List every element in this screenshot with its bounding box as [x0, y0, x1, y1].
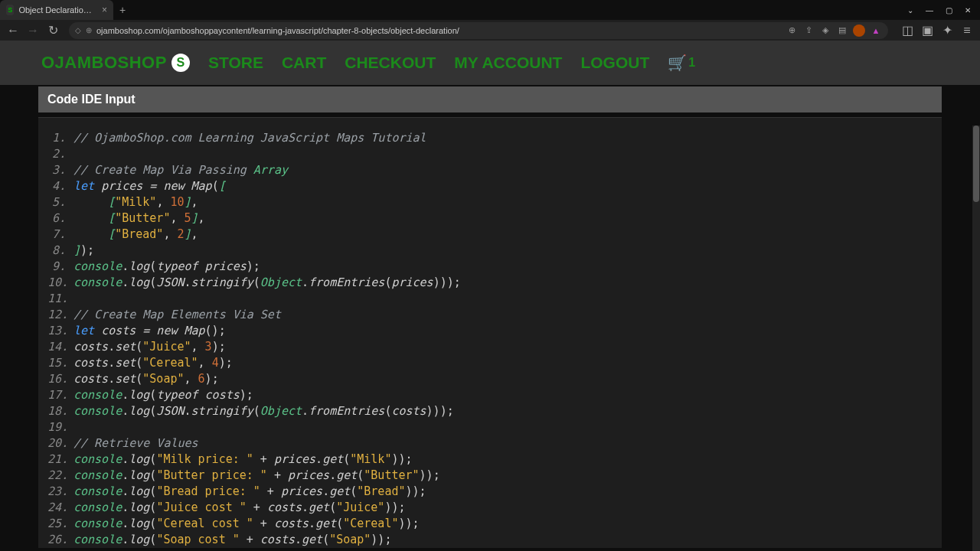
- line-content: console.log("Cereal cost " + costs.get("…: [74, 516, 933, 532]
- line-content: console.log("Milk price: " + prices.get(…: [74, 452, 933, 468]
- code-line: 1.// OjamboShop.com Learning JavaScript …: [47, 130, 933, 146]
- code-line: 14.costs.set("Juice", 3);: [47, 339, 933, 355]
- code-line: 26.console.log("Soap cost " + costs.get(…: [47, 532, 933, 548]
- line-content: ["Butter", 5],: [74, 210, 933, 227]
- extension-icon[interactable]: ▲: [870, 24, 882, 37]
- rss-icon[interactable]: ◈: [819, 24, 831, 37]
- code-line: 16.costs.set("Soap", 6);: [47, 371, 933, 387]
- code-line: 10.console.log(JSON.stringify(Object.fro…: [47, 275, 933, 291]
- line-number: 1.: [47, 130, 74, 146]
- line-content: console.log(JSON.stringify(Object.fromEn…: [74, 403, 933, 419]
- forward-button[interactable]: →: [24, 22, 41, 39]
- code-line: 18.console.log(JSON.stringify(Object.fro…: [47, 403, 933, 419]
- bookmark-icon[interactable]: ◇: [75, 26, 81, 34]
- nav-store[interactable]: STORE: [208, 54, 263, 72]
- line-number: 2.: [47, 146, 74, 162]
- line-content: let prices = new Map([: [74, 178, 933, 194]
- line-number: 21.: [47, 452, 74, 468]
- line-content: costs.set("Juice", 3);: [74, 339, 933, 355]
- code-line: 6. ["Butter", 5],: [47, 210, 933, 227]
- close-icon[interactable]: ×: [102, 5, 107, 15]
- url-text: ojamboshop.com/ojamboshoppaycontent/lear…: [96, 26, 781, 35]
- line-number: 15.: [47, 355, 74, 371]
- line-content: // Create Map Via Passing Array: [74, 162, 933, 178]
- nav-cart[interactable]: CART: [282, 54, 326, 72]
- site-info-icon[interactable]: ⊕: [86, 26, 92, 34]
- toolbar-row: ← → ↻ ◇ ⊕ ojamboshop.com/ojamboshoppayco…: [0, 20, 980, 41]
- cart-widget[interactable]: 🛒 1: [668, 54, 695, 72]
- code-line: 4.let prices = new Map([: [47, 178, 933, 194]
- line-number: 4.: [47, 178, 74, 194]
- line-number: 16.: [47, 371, 74, 387]
- new-tab-button[interactable]: +: [113, 4, 132, 16]
- sparkle-icon[interactable]: ✦: [939, 22, 956, 39]
- line-number: 5.: [47, 194, 74, 210]
- close-window-icon[interactable]: ✕: [962, 6, 974, 15]
- code-editor[interactable]: 1.// OjamboShop.com Learning JavaScript …: [38, 117, 942, 548]
- chevron-down-icon[interactable]: ⌄: [904, 6, 916, 15]
- toolbar-right: ◫ ▣ ✦ ≡: [896, 22, 975, 39]
- code-line: 24.console.log("Juice cost " + costs.get…: [47, 500, 933, 516]
- reader-icon[interactable]: ▤: [836, 24, 848, 37]
- browser-tab[interactable]: S Object Declaration - Ojamb ×: [0, 0, 113, 20]
- code-line: 7. ["Bread", 2],: [47, 227, 933, 243]
- line-content: ["Milk", 10],: [74, 194, 933, 210]
- nav-checkout[interactable]: CHECKOUT: [345, 54, 436, 72]
- line-content: console.log(JSON.stringify(Object.fromEn…: [74, 275, 933, 291]
- url-bar[interactable]: ◇ ⊕ ojamboshop.com/ojamboshoppaycontent/…: [69, 22, 888, 39]
- minimize-icon[interactable]: —: [923, 6, 936, 15]
- nav-logout[interactable]: LOGOUT: [580, 54, 649, 72]
- share-icon[interactable]: ⇪: [802, 24, 815, 37]
- code-line: 23.console.log("Bread price: " + prices.…: [47, 484, 933, 500]
- code-line: 20.// Retrieve Values: [47, 435, 933, 452]
- line-number: 25.: [47, 516, 74, 532]
- line-content: ]);: [74, 243, 933, 259]
- reload-button[interactable]: ↻: [44, 22, 61, 39]
- line-content: // Retrieve Values: [74, 435, 933, 452]
- line-content: console.log("Butter price: " + prices.ge…: [74, 468, 933, 484]
- url-controls: ⊕ ⇪ ◈ ▤ ▲: [786, 24, 882, 37]
- page-body: Code IDE Input 1.// OjamboShop.com Learn…: [0, 85, 980, 551]
- line-number: 10.: [47, 275, 74, 291]
- nav-my-account[interactable]: MY ACCOUNT: [454, 54, 562, 72]
- browser-chrome: S Object Declaration - Ojamb × + ⌄ — ▢ ✕…: [0, 0, 980, 41]
- line-content: console.log("Bread price: " + prices.get…: [74, 484, 933, 500]
- line-content: console.log("Juice cost " + costs.get("J…: [74, 500, 933, 516]
- line-number: 26.: [47, 532, 74, 548]
- menu-icon[interactable]: ≡: [959, 22, 975, 39]
- line-number: 11.: [47, 291, 74, 307]
- code-line: 21.console.log("Milk price: " + prices.g…: [47, 452, 933, 468]
- logo[interactable]: OJAMBOSHOP: [41, 53, 167, 73]
- code-line: 5. ["Milk", 10],: [47, 194, 933, 210]
- line-number: 13.: [47, 323, 74, 339]
- vertical-scrollbar[interactable]: [972, 126, 980, 551]
- line-number: 23.: [47, 484, 74, 500]
- back-button[interactable]: ←: [5, 22, 21, 39]
- line-content: console.log("Soap cost " + costs.get("So…: [74, 532, 933, 548]
- line-number: 3.: [47, 162, 74, 178]
- logo-badge-icon: S: [172, 54, 190, 72]
- scrollbar-thumb[interactable]: [973, 126, 979, 202]
- maximize-icon[interactable]: ▢: [942, 6, 956, 15]
- line-content: ["Bread", 2],: [74, 227, 933, 243]
- favicon-icon: S: [6, 5, 14, 15]
- tabs-row: S Object Declaration - Ojamb × + ⌄ — ▢ ✕: [0, 0, 980, 20]
- ide-title: Code IDE Input: [38, 86, 942, 112]
- sidebar-icon[interactable]: ◫: [899, 22, 916, 39]
- tab-title: Object Declaration - Ojamb: [18, 5, 94, 15]
- wallet-icon[interactable]: ▣: [919, 22, 936, 39]
- line-content: [74, 291, 933, 307]
- code-line: 9.console.log(typeof prices);: [47, 259, 933, 275]
- shield-icon[interactable]: [853, 24, 865, 37]
- site-header: OJAMBOSHOP S STORE CART CHECKOUT MY ACCO…: [0, 41, 980, 85]
- line-number: 7.: [47, 227, 74, 243]
- cart-icon: 🛒: [668, 54, 687, 72]
- code-line: 15.costs.set("Cereal", 4);: [47, 355, 933, 371]
- code-line: 25.console.log("Cereal cost " + costs.ge…: [47, 516, 933, 532]
- line-content: // OjamboShop.com Learning JavaScript Ma…: [74, 130, 933, 146]
- line-content: console.log(typeof prices);: [74, 259, 933, 275]
- line-number: 19.: [47, 419, 74, 435]
- line-number: 17.: [47, 387, 74, 403]
- line-number: 8.: [47, 243, 74, 259]
- zoom-icon[interactable]: ⊕: [786, 24, 798, 37]
